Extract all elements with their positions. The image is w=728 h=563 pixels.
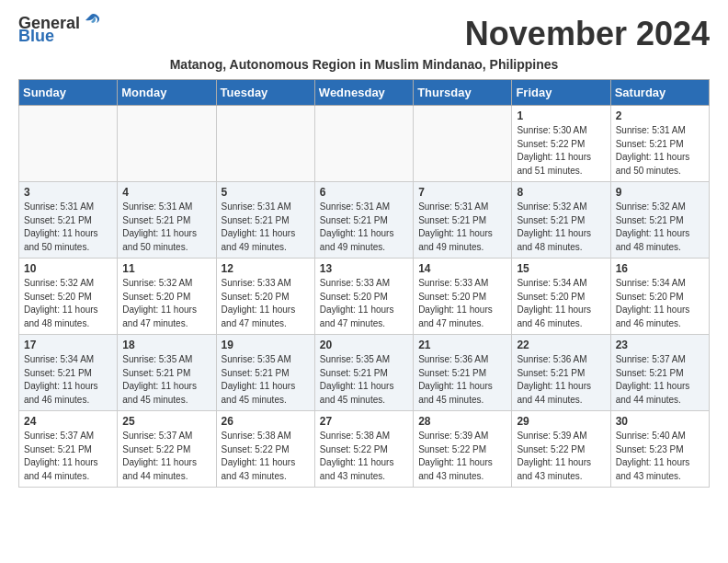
day-header-saturday: Saturday [610,80,709,106]
day-info: Sunrise: 5:36 AM Sunset: 5:21 PM Dayligh… [517,353,605,407]
day-number: 27 [320,415,408,428]
calendar-cell: 6Sunrise: 5:31 AM Sunset: 5:21 PM Daylig… [314,182,413,259]
calendar-cell: 29Sunrise: 5:39 AM Sunset: 5:22 PM Dayli… [512,411,610,488]
day-number: 25 [122,415,210,428]
calendar-cell: 14Sunrise: 5:33 AM Sunset: 5:20 PM Dayli… [414,259,512,335]
day-number: 2 [616,109,704,122]
day-info: Sunrise: 5:30 AM Sunset: 5:22 PM Dayligh… [517,124,605,178]
day-header-wednesday: Wednesday [314,80,413,106]
day-number: 13 [320,262,408,275]
calendar-cell [414,106,512,182]
day-number: 18 [122,339,210,351]
day-header-friday: Friday [512,80,610,106]
calendar-cell: 2Sunrise: 5:31 AM Sunset: 5:21 PM Daylig… [610,106,709,182]
calendar-table: SundayMondayTuesdayWednesdayThursdayFrid… [18,79,710,488]
calendar-cell: 18Sunrise: 5:35 AM Sunset: 5:21 PM Dayli… [118,335,216,411]
day-info: Sunrise: 5:37 AM Sunset: 5:21 PM Dayligh… [24,430,112,483]
day-info: Sunrise: 5:35 AM Sunset: 5:21 PM Dayligh… [122,353,210,407]
day-number: 30 [616,415,704,428]
day-number: 12 [222,262,310,275]
calendar-cell: 16Sunrise: 5:34 AM Sunset: 5:20 PM Dayli… [610,259,709,335]
day-info: Sunrise: 5:33 AM Sunset: 5:20 PM Dayligh… [320,277,408,330]
calendar-cell: 10Sunrise: 5:32 AM Sunset: 5:20 PM Dayli… [19,259,118,335]
day-info: Sunrise: 5:39 AM Sunset: 5:22 PM Dayligh… [418,430,506,483]
day-number: 7 [418,186,506,199]
day-number: 9 [616,186,704,199]
day-number: 10 [24,262,112,275]
calendar-cell: 9Sunrise: 5:32 AM Sunset: 5:21 PM Daylig… [610,182,709,259]
day-number: 19 [222,339,310,351]
calendar-cell: 26Sunrise: 5:38 AM Sunset: 5:22 PM Dayli… [216,411,314,488]
day-info: Sunrise: 5:32 AM Sunset: 5:20 PM Dayligh… [24,277,112,330]
day-number: 23 [616,339,704,351]
day-info: Sunrise: 5:31 AM Sunset: 5:21 PM Dayligh… [320,201,408,254]
day-header-sunday: Sunday [19,80,118,106]
calendar-cell: 13Sunrise: 5:33 AM Sunset: 5:20 PM Dayli… [314,259,413,335]
day-header-monday: Monday [118,80,216,106]
calendar-cell: 23Sunrise: 5:37 AM Sunset: 5:21 PM Dayli… [610,335,709,411]
day-info: Sunrise: 5:38 AM Sunset: 5:22 PM Dayligh… [222,430,310,483]
calendar-cell: 19Sunrise: 5:35 AM Sunset: 5:21 PM Dayli… [216,335,314,411]
page-header: General Blue November 2024 [18,15,710,53]
day-info: Sunrise: 5:31 AM Sunset: 5:21 PM Dayligh… [418,201,506,254]
calendar-cell: 1Sunrise: 5:30 AM Sunset: 5:22 PM Daylig… [512,106,610,182]
day-number: 11 [122,262,210,275]
calendar-cell [19,106,118,182]
day-info: Sunrise: 5:33 AM Sunset: 5:20 PM Dayligh… [418,277,506,330]
day-number: 15 [517,262,605,275]
day-header-tuesday: Tuesday [216,80,314,106]
day-info: Sunrise: 5:35 AM Sunset: 5:21 PM Dayligh… [320,353,408,407]
calendar-cell: 24Sunrise: 5:37 AM Sunset: 5:21 PM Dayli… [19,411,118,488]
day-info: Sunrise: 5:32 AM Sunset: 5:21 PM Dayligh… [616,201,704,254]
day-number: 28 [418,415,506,428]
day-number: 29 [517,415,605,428]
logo: General Blue [18,15,102,44]
day-number: 5 [222,186,310,199]
calendar-cell: 15Sunrise: 5:34 AM Sunset: 5:20 PM Dayli… [512,259,610,335]
calendar-cell: 20Sunrise: 5:35 AM Sunset: 5:21 PM Dayli… [314,335,413,411]
calendar-cell [216,106,314,182]
day-number: 22 [517,339,605,351]
day-info: Sunrise: 5:37 AM Sunset: 5:22 PM Dayligh… [122,430,210,483]
day-number: 1 [517,109,605,122]
logo-blue-text: Blue [18,28,54,44]
calendar-cell: 3Sunrise: 5:31 AM Sunset: 5:21 PM Daylig… [19,182,118,259]
day-info: Sunrise: 5:34 AM Sunset: 5:21 PM Dayligh… [24,353,112,407]
calendar-cell: 8Sunrise: 5:32 AM Sunset: 5:21 PM Daylig… [512,182,610,259]
day-info: Sunrise: 5:34 AM Sunset: 5:20 PM Dayligh… [517,277,605,330]
day-info: Sunrise: 5:31 AM Sunset: 5:21 PM Dayligh… [122,201,210,254]
calendar-week-row: 17Sunrise: 5:34 AM Sunset: 5:21 PM Dayli… [19,335,710,411]
day-info: Sunrise: 5:40 AM Sunset: 5:23 PM Dayligh… [616,430,704,483]
calendar-cell: 4Sunrise: 5:31 AM Sunset: 5:21 PM Daylig… [118,182,216,259]
calendar-week-row: 10Sunrise: 5:32 AM Sunset: 5:20 PM Dayli… [19,259,710,335]
calendar-cell: 5Sunrise: 5:31 AM Sunset: 5:21 PM Daylig… [216,182,314,259]
logo-bird-icon [82,13,102,29]
day-info: Sunrise: 5:32 AM Sunset: 5:20 PM Dayligh… [122,277,210,330]
day-info: Sunrise: 5:31 AM Sunset: 5:21 PM Dayligh… [616,124,704,178]
calendar-week-row: 1Sunrise: 5:30 AM Sunset: 5:22 PM Daylig… [19,106,710,182]
calendar-cell: 12Sunrise: 5:33 AM Sunset: 5:20 PM Dayli… [216,259,314,335]
day-info: Sunrise: 5:39 AM Sunset: 5:22 PM Dayligh… [517,430,605,483]
calendar-cell [118,106,216,182]
calendar-cell: 11Sunrise: 5:32 AM Sunset: 5:20 PM Dayli… [118,259,216,335]
day-number: 21 [418,339,506,351]
subtitle: Matanog, Autonomous Region in Muslim Min… [18,57,710,72]
calendar-cell: 25Sunrise: 5:37 AM Sunset: 5:22 PM Dayli… [118,411,216,488]
day-number: 3 [24,186,112,199]
day-info: Sunrise: 5:36 AM Sunset: 5:21 PM Dayligh… [418,353,506,407]
day-number: 16 [616,262,704,275]
day-info: Sunrise: 5:32 AM Sunset: 5:21 PM Dayligh… [517,201,605,254]
calendar-cell: 22Sunrise: 5:36 AM Sunset: 5:21 PM Dayli… [512,335,610,411]
day-info: Sunrise: 5:37 AM Sunset: 5:21 PM Dayligh… [616,353,704,407]
day-info: Sunrise: 5:31 AM Sunset: 5:21 PM Dayligh… [222,201,310,254]
day-number: 4 [122,186,210,199]
day-header-thursday: Thursday [414,80,512,106]
calendar-week-row: 3Sunrise: 5:31 AM Sunset: 5:21 PM Daylig… [19,182,710,259]
day-info: Sunrise: 5:38 AM Sunset: 5:22 PM Dayligh… [320,430,408,483]
day-info: Sunrise: 5:35 AM Sunset: 5:21 PM Dayligh… [222,353,310,407]
month-title: November 2024 [465,15,710,53]
day-number: 6 [320,186,408,199]
day-number: 17 [24,339,112,351]
day-info: Sunrise: 5:34 AM Sunset: 5:20 PM Dayligh… [616,277,704,330]
calendar-week-row: 24Sunrise: 5:37 AM Sunset: 5:21 PM Dayli… [19,411,710,488]
